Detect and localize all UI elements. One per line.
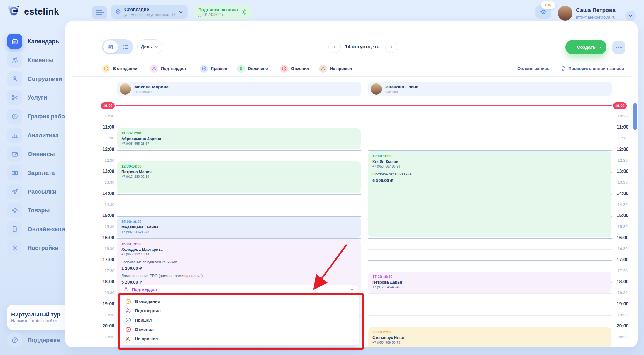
question-icon	[7, 332, 22, 348]
sidebar-item-label: Товары	[28, 207, 50, 214]
time-label: 15:30	[614, 224, 632, 229]
banknote-icon	[7, 165, 22, 180]
sidebar-item-label: Финансы	[28, 151, 55, 158]
view-period-value: День	[141, 44, 152, 50]
location-address: ул. Новочеремушкинская, 13	[124, 12, 175, 17]
create-button[interactable]: Создать	[565, 40, 606, 54]
time-label: 19:30	[614, 313, 632, 317]
time-label: 19:00	[88, 301, 114, 307]
time-label: 20:00	[614, 323, 632, 329]
clock-icon	[7, 109, 22, 124]
graduation-cap-icon	[540, 8, 547, 16]
paper-plane-icon	[7, 184, 22, 199]
user-avatar[interactable]	[558, 6, 572, 21]
scissors-icon	[7, 90, 22, 105]
user-menu-button[interactable]	[625, 11, 636, 21]
time-label: 11:00	[614, 124, 632, 130]
user-email: info@alexpetrova.ru	[576, 15, 615, 20]
current-time-badge: 10:00	[101, 102, 115, 109]
legend-no-show: Не пришел	[319, 64, 352, 73]
list-view-button[interactable]	[118, 44, 133, 50]
legend-waiting: В ожидании	[102, 64, 137, 73]
staff-role: Парикмахер	[134, 90, 169, 94]
next-day-button[interactable]	[385, 41, 397, 53]
time-label: 19:30	[88, 313, 114, 317]
check-online-bookings-link[interactable]: Проверить онлайн-записи	[561, 64, 624, 73]
time-label: 14:30	[88, 202, 114, 207]
time-label: 17:30	[88, 269, 114, 273]
time-label: 17:00	[614, 257, 632, 262]
view-mode-switcher[interactable]	[102, 39, 133, 54]
legend-paid: Оплачено	[237, 64, 268, 73]
staff-name: Иванова Елена	[385, 84, 418, 90]
legend-arrived: Пришел	[200, 64, 227, 73]
dollar-icon	[237, 65, 245, 73]
calendar-icon	[7, 34, 22, 49]
appointment-card[interactable]: 11:00-12:00 Абросимова Зарина +7 (905) 5…	[117, 128, 361, 149]
appointment-card[interactable]: 17:30-18:30 Петрова Дарья +7 (912) 945-4…	[368, 272, 611, 293]
time-label: 17:30	[614, 269, 632, 273]
staff-role: Стилист	[385, 90, 418, 94]
prev-day-button[interactable]	[328, 41, 341, 53]
user-name: Саша Петрова	[576, 7, 616, 13]
current-time-badge: 10:00	[613, 102, 627, 109]
progress-badge: 0%	[541, 1, 555, 9]
gear-icon	[7, 240, 22, 255]
sidebar-item-label: Аналитика	[28, 132, 59, 139]
time-label: 16:30	[614, 246, 632, 251]
time-label: 15:00	[88, 213, 114, 218]
time-label: 18:30	[614, 291, 632, 295]
refresh-icon	[561, 66, 566, 71]
appointment-card[interactable]: 12:00-16:00 Кляйн Ксения +7 (950) 567-86…	[368, 151, 611, 237]
app-root: estelink Созвездие ул. Новочеремушкинска…	[0, 0, 644, 355]
current-date-label: 14 августа, чт.	[342, 44, 383, 50]
sidebar-item-label: Зарплата	[28, 170, 55, 176]
service-price: 6 500.00 ₽	[372, 178, 607, 183]
legend-confirmed: Подтвердил	[150, 64, 186, 73]
sidebar-item-label: Календарь	[28, 38, 59, 45]
location-selector[interactable]: Созвездие ул. Новочеремушкинская, 13	[111, 5, 188, 19]
view-period-select[interactable]: День	[137, 39, 162, 54]
time-label: 14:00	[88, 191, 114, 196]
time-label: 11:30	[88, 136, 114, 140]
staff-avatar	[120, 83, 131, 95]
time-label: 16:30	[88, 246, 114, 251]
time-label: 18:00	[614, 279, 632, 284]
x-circle-icon	[280, 65, 288, 73]
sidebar-item-label: Услуги	[28, 94, 47, 101]
sidebar-item-label: Клиенты	[28, 57, 53, 64]
time-label: 17:00	[88, 257, 114, 262]
time-label: 20:30	[614, 335, 632, 339]
clock-icon	[102, 65, 110, 73]
vertical-scrollbar[interactable]	[633, 103, 637, 130]
time-label: 14:30	[614, 202, 632, 207]
time-label: 12:00	[88, 147, 114, 152]
time-label: 10:30	[88, 114, 114, 118]
time-label: 12:30	[614, 158, 632, 163]
bar-chart-icon	[7, 128, 22, 143]
time-label: 13:00	[88, 169, 114, 174]
sidebar-toggle-button[interactable]	[92, 6, 107, 19]
staff-column-header[interactable]: Мохова Марина Парикмахер	[117, 82, 361, 96]
staff-avatar	[371, 83, 382, 95]
virtual-tour-subtitle: Нажмите, чтобы пройти	[11, 318, 60, 323]
location-pin-icon	[115, 9, 121, 15]
time-label: 12:30	[88, 158, 114, 163]
sidebar-item-label: Сотрудники	[28, 76, 62, 82]
online-booking-link[interactable]: Онлайн-запись	[517, 64, 550, 73]
appointment-card[interactable]: 20:00-21:00 Степанчук Илья +7 (950) 789-…	[368, 327, 611, 347]
staff-column-header[interactable]: Иванова Елена Стилист	[368, 82, 612, 96]
service-title: Сложное окрашивание	[372, 172, 607, 177]
chevron-down-icon	[178, 9, 184, 15]
subscription-badge[interactable]: Подписка активна до 01.10.2025	[194, 5, 252, 19]
calendar-view-button[interactable]	[103, 40, 118, 53]
time-label: 16:00	[88, 235, 114, 240]
appointment-card[interactable]: 15:00-16:00 Медянцева Галина +7 (982) 56…	[117, 217, 361, 238]
more-options-button[interactable]	[612, 41, 625, 54]
subscription-until: до 01.10.2025	[198, 12, 238, 17]
time-label: 11:30	[614, 136, 632, 140]
sidebar-item-label: Настройки	[28, 245, 59, 251]
time-label: 19:00	[614, 301, 632, 307]
annotation-arrow	[305, 242, 352, 293]
appointment-card[interactable]: 12:30-14:00 Петрова Мария +7 (912) 280-0…	[117, 161, 361, 193]
